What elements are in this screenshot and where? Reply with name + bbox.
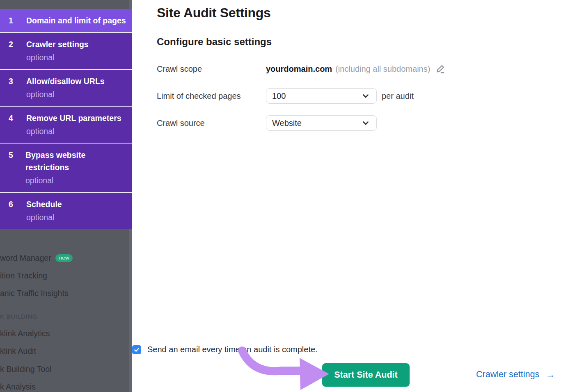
site-audit-settings-page: word Manager new ition Tracking anic Tra…	[0, 0, 575, 392]
page-title: Site Audit Settings	[157, 5, 271, 21]
sidebar-item-label: klink Analytics	[0, 329, 50, 338]
sidebar-item-label: word Manager	[0, 253, 51, 263]
wizard-step-remove-url-parameters[interactable]: 4 Remove URL parameters optional	[0, 106, 132, 143]
step-number: 1	[0, 14, 26, 27]
step-optional-label: optional	[26, 88, 105, 100]
step-number: 6	[0, 198, 26, 223]
sidebar-item-keyword-manager[interactable]: word Manager new	[0, 253, 73, 263]
sidebar-item-organic-traffic-insights[interactable]: anic Traffic Insights	[0, 289, 69, 298]
step-number: 3	[0, 75, 26, 100]
sidebar-item-label: ition Tracking	[0, 271, 47, 280]
email-notification-row: Send an email every time an audit is com…	[132, 345, 318, 354]
crawl-source-label: Crawl source	[157, 119, 205, 128]
crawl-scope-label: Crawl scope	[157, 64, 202, 74]
background-sidebar: word Manager new ition Tracking anic Tra…	[0, 0, 132, 392]
sidebar-item-backlink-audit[interactable]: klink Audit	[0, 346, 36, 356]
crawl-scope-value: yourdomain.com (including all subdomains…	[266, 64, 446, 75]
email-checkbox-label: Send an email every time an audit is com…	[147, 345, 318, 354]
crawl-source-value: Website	[272, 119, 302, 128]
crawl-scope-domain: yourdomain.com	[266, 64, 332, 74]
sidebar-item-label: anic Traffic Insights	[0, 289, 69, 298]
new-badge: new	[55, 254, 73, 262]
crawler-settings-link-label: Crawler settings	[476, 369, 539, 380]
section-title: Configure basic settings	[157, 36, 272, 48]
step-optional-label: optional	[26, 211, 62, 223]
chevron-down-icon	[361, 91, 371, 101]
step-number: 5	[0, 149, 25, 187]
sidebar-item-label: k Building Tool	[0, 365, 51, 374]
per-audit-suffix: per audit	[382, 91, 414, 101]
step-title: Bypass website restrictions	[25, 149, 126, 173]
step-optional-label: optional	[26, 125, 121, 137]
wizard-step-allow-disallow-urls[interactable]: 3 Allow/disallow URLs optional	[0, 69, 132, 106]
step-number: 4	[0, 112, 26, 137]
wizard-step-bypass-website-restrictions[interactable]: 5 Bypass website restrictions optional	[0, 143, 132, 192]
step-title: Allow/disallow URLs	[26, 75, 105, 87]
chevron-down-icon	[361, 118, 371, 128]
sidebar-item-label: k Analysis	[0, 382, 36, 392]
sidebar-section-link-building: K BUILDING	[0, 313, 37, 320]
limit-pages-value: 100	[272, 91, 286, 101]
edit-pencil-icon[interactable]	[435, 64, 446, 75]
sidebar-item-backlink-analytics[interactable]: klink Analytics	[0, 329, 50, 338]
right-arrow-icon: →	[545, 370, 555, 379]
sidebar-item-bulk-analysis[interactable]: k Analysis	[0, 382, 36, 392]
step-optional-label: optional	[25, 174, 126, 187]
limit-pages-select[interactable]: 100	[266, 88, 377, 104]
crawl-source-select[interactable]: Website	[266, 115, 377, 131]
settings-main-panel: Site Audit Settings Configure basic sett…	[132, 0, 575, 392]
step-number: 2	[0, 38, 26, 64]
email-checkbox[interactable]	[132, 345, 141, 354]
settings-wizard-nav: 1 Domain and limit of pages 2 Crawler se…	[0, 9, 132, 229]
step-title: Schedule	[26, 198, 62, 210]
limit-pages-label: Limit of checked pages	[157, 91, 241, 101]
sidebar-item-link-building-tool[interactable]: k Building Tool	[0, 365, 51, 374]
sidebar-item-position-tracking[interactable]: ition Tracking	[0, 271, 47, 280]
step-title: Remove URL parameters	[26, 112, 121, 124]
step-title: Crawler settings	[26, 38, 89, 50]
start-site-audit-button[interactable]: Start Site Audit	[322, 363, 410, 387]
crawler-settings-link[interactable]: Crawler settings →	[476, 369, 555, 380]
step-title: Domain and limit of pages	[26, 14, 126, 27]
wizard-step-schedule[interactable]: 6 Schedule optional	[0, 192, 132, 229]
wizard-step-domain-and-limit[interactable]: 1 Domain and limit of pages	[0, 9, 132, 32]
crawl-scope-note: (including all subdomains)	[335, 64, 430, 74]
checkmark-icon	[133, 346, 140, 353]
wizard-step-crawler-settings[interactable]: 2 Crawler settings optional	[0, 32, 132, 69]
step-optional-label: optional	[26, 51, 89, 64]
sidebar-item-label: klink Audit	[0, 346, 36, 356]
